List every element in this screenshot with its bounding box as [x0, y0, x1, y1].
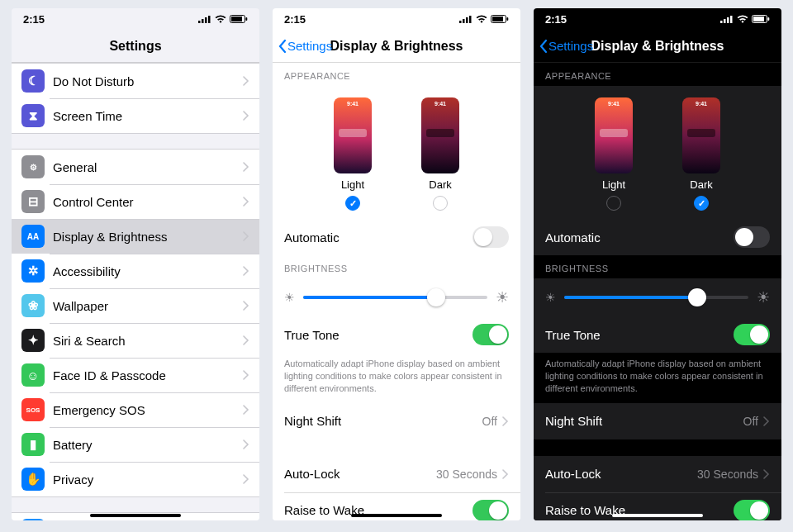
brightness-slider-row: ☀︎☀︎: [273, 278, 520, 316]
svg-rect-2: [205, 17, 207, 23]
light-preview-icon: [595, 97, 633, 173]
truetone-label: True Tone: [284, 328, 472, 342]
truetone-note: Automatically adapt iPhone display based…: [273, 353, 520, 403]
svg-rect-14: [720, 21, 723, 23]
raisewake-toggle[interactable]: [472, 500, 509, 520]
appearance-dark-option[interactable]: Dark: [421, 97, 459, 211]
svg-rect-10: [469, 16, 472, 23]
chevron-right-icon: [763, 469, 770, 479]
wifi-icon: [737, 15, 748, 23]
row-label: Siri & Search: [53, 334, 243, 348]
nightshift-cell[interactable]: Night ShiftOff: [534, 403, 781, 439]
autolock-label: Auto-Lock: [545, 467, 697, 481]
dark-radio[interactable]: [433, 196, 448, 211]
status-bar: 2:15: [12, 8, 259, 30]
svg-rect-5: [231, 17, 242, 21]
settings-row-emergency-sos[interactable]: SOSEmergency SOS: [12, 392, 259, 427]
automatic-toggle[interactable]: [734, 226, 770, 248]
nav-bar: Settings: [12, 30, 259, 63]
row-label: Do Not Disturb: [53, 74, 243, 88]
light-radio[interactable]: [606, 196, 621, 211]
automatic-cell: Automatic: [273, 219, 520, 255]
row-icon: ❀: [21, 294, 45, 317]
svg-rect-12: [492, 17, 503, 21]
dark-radio[interactable]: [694, 196, 709, 211]
autolock-cell[interactable]: Auto-Lock30 Seconds: [273, 456, 520, 492]
settings-row-privacy[interactable]: ✋Privacy: [12, 462, 259, 496]
row-icon: ⊟: [21, 190, 45, 213]
settings-row-battery[interactable]: ▮Battery: [12, 427, 259, 462]
settings-row-wallpaper[interactable]: ❀Wallpaper: [12, 288, 259, 323]
truetone-toggle[interactable]: [472, 324, 509, 345]
truetone-cell: True Tone: [273, 316, 520, 353]
row-label: Control Center: [53, 195, 243, 209]
brightness-slider[interactable]: [564, 296, 748, 299]
brightness-slider[interactable]: [303, 296, 487, 299]
truetone-toggle[interactable]: [734, 324, 770, 345]
brightness-slider-row: ☀︎☀︎: [534, 278, 781, 316]
settings-row-siri-search[interactable]: ✦Siri & Search: [12, 323, 259, 358]
settings-row-do-not-disturb[interactable]: ☾Do Not Disturb: [12, 64, 259, 98]
battery-icon: [752, 15, 770, 23]
status-right: [198, 15, 248, 23]
svg-rect-3: [208, 16, 211, 23]
truetone-label: True Tone: [545, 328, 734, 342]
appearance-light-option[interactable]: Light: [595, 97, 633, 211]
display-brightness-dark-screen: 2:15SettingsDisplay & BrightnessAPPEARAN…: [534, 8, 781, 520]
svg-rect-16: [727, 17, 729, 23]
svg-rect-7: [459, 21, 462, 23]
autolock-cell[interactable]: Auto-Lock30 Seconds: [534, 456, 781, 492]
settings-row-general[interactable]: ⚙︎General: [12, 150, 259, 184]
appearance-picker: LightDark: [273, 86, 520, 219]
autolock-group: Auto-Lock30 SecondsRaise to Wake: [273, 456, 520, 520]
svg-rect-0: [198, 21, 201, 23]
light-radio[interactable]: [345, 196, 360, 211]
appearance-header: APPEARANCE: [534, 63, 781, 86]
automatic-toggle[interactable]: [472, 226, 509, 248]
nav-bar: SettingsDisplay & Brightness: [534, 30, 781, 63]
settings-row-face-id-passcode[interactable]: ☺Face ID & Passcode: [12, 358, 259, 392]
nightshift-group: Night ShiftOff: [273, 403, 520, 439]
row-label: Wallpaper: [53, 299, 243, 313]
settings-row-display-brightness[interactable]: AADisplay & Brightness: [12, 219, 259, 254]
chevron-right-icon: [243, 474, 249, 484]
settings-group: ⚙︎General⊟Control CenterAADisplay & Brig…: [12, 149, 259, 497]
dark-preview-icon: [682, 97, 720, 173]
home-indicator[interactable]: [90, 514, 181, 517]
row-icon: ▮: [21, 433, 45, 456]
sun-low-icon: ☀︎: [545, 291, 556, 304]
status-bar: 2:15: [273, 8, 520, 30]
chevron-right-icon: [243, 231, 249, 241]
signal-icon: [198, 15, 211, 23]
settings-row-control-center[interactable]: ⊟Control Center: [12, 184, 259, 219]
back-button[interactable]: Settings: [278, 39, 332, 54]
svg-rect-1: [202, 19, 204, 23]
automatic-cell: Automatic: [534, 219, 781, 255]
row-label: Battery: [53, 438, 243, 452]
nightshift-cell[interactable]: Night ShiftOff: [273, 403, 520, 439]
row-label: Screen Time: [53, 109, 243, 123]
signal-icon: [720, 15, 734, 23]
svg-rect-17: [730, 16, 733, 23]
autolock-value: 30 Seconds: [436, 468, 497, 481]
settings-row-accessibility[interactable]: ✲Accessibility: [12, 254, 259, 288]
dark-label: Dark: [429, 178, 451, 191]
svg-rect-8: [463, 19, 465, 23]
appearance-dark-option[interactable]: Dark: [682, 97, 720, 211]
appearance-light-option[interactable]: Light: [334, 97, 372, 211]
chevron-right-icon: [243, 439, 249, 449]
back-button[interactable]: Settings: [539, 39, 593, 54]
chevron-right-icon: [243, 162, 249, 172]
chevron-right-icon: [243, 76, 249, 86]
status-time: 2:15: [23, 13, 45, 26]
chevron-right-icon: [243, 197, 249, 207]
appearance-group: LightDarkAutomatic: [273, 86, 520, 255]
row-icon: A: [21, 519, 45, 520]
home-indicator[interactable]: [351, 514, 442, 517]
appearance-group: LightDarkAutomatic: [534, 86, 781, 255]
settings-row-screen-time[interactable]: ⧗Screen Time: [12, 98, 259, 133]
home-indicator[interactable]: [612, 514, 703, 517]
raisewake-toggle[interactable]: [734, 500, 770, 520]
autolock-value: 30 Seconds: [697, 468, 758, 481]
page-title: Display & Brightness: [330, 39, 463, 54]
